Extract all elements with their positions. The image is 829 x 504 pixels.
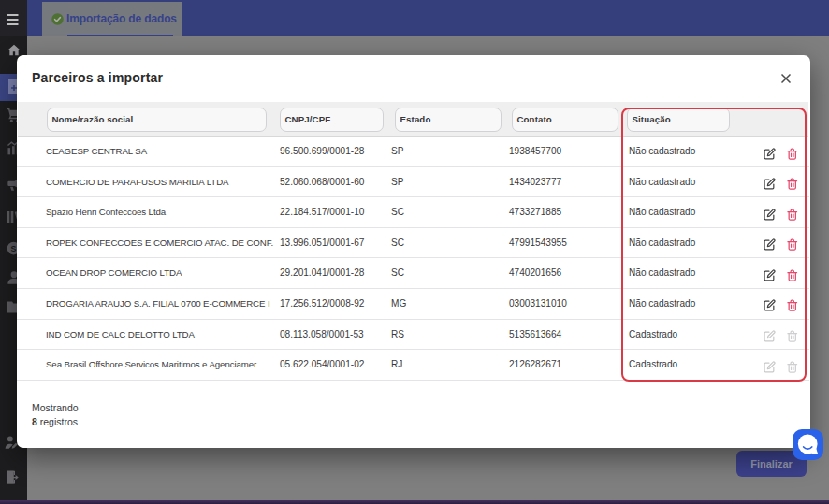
svg-text:S: S: [11, 244, 17, 253]
